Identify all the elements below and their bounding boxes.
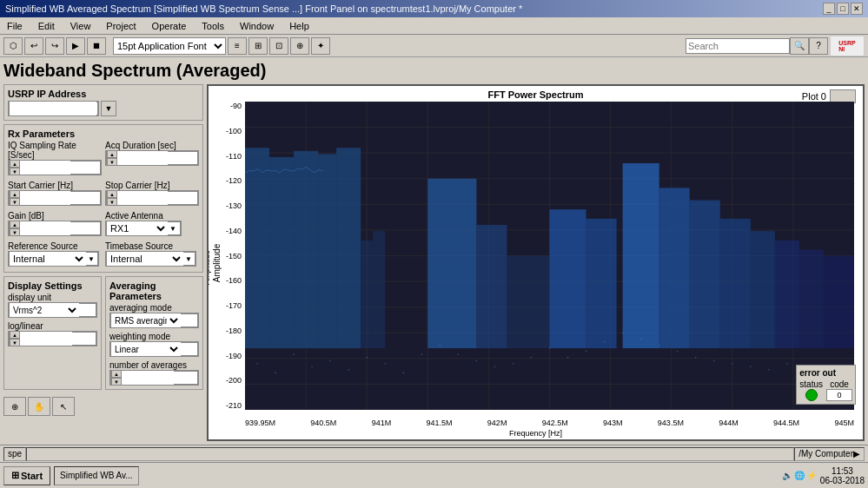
tray-icon-1: 🔈	[782, 471, 792, 480]
maximize-button[interactable]: □	[837, 3, 849, 15]
chart-cursor-btn[interactable]: ↖	[52, 397, 75, 416]
gain-input-wrap: ▲ ▼ 25	[8, 221, 102, 236]
acq-duration-group: Acq Duration [sec] ▲ ▼ 1	[105, 141, 199, 175]
gain-spin-up[interactable]: ▲	[10, 221, 20, 228]
num-averages-input[interactable]: 1	[122, 371, 174, 385]
error-out-label: error out	[799, 368, 852, 378]
log-spin-down[interactable]: ▼	[10, 339, 20, 346]
iq-sampling-input[interactable]: 200k	[20, 161, 70, 175]
title-bar: Simplified WB Averaged Spectrum [Simplif…	[0, 0, 868, 17]
menu-operate[interactable]: Operate	[149, 21, 190, 31]
menu-edit[interactable]: Edit	[35, 21, 58, 31]
gain-spin-down[interactable]: ▼	[10, 228, 20, 236]
clock-time: 11:53	[820, 466, 865, 476]
toolbar-btn-3[interactable]: ↪	[45, 37, 64, 55]
plot-label: Plot 0	[802, 91, 826, 102]
acq-spin-up[interactable]: ▲	[107, 150, 117, 158]
display-unit-wrap: Vrms^2 dBm Watts	[8, 302, 97, 318]
num-avg-spin-up[interactable]: ▲	[111, 370, 122, 378]
ip-input[interactable]: 192.168.10.2	[10, 102, 96, 115]
start-carrier-input[interactable]: 940M	[20, 191, 70, 205]
timebase-select[interactable]: Internal External	[107, 252, 183, 266]
menu-tools[interactable]: Tools	[198, 21, 228, 31]
antenna-select[interactable]: RX1 RX2	[107, 221, 168, 235]
svg-rect-21	[245, 148, 269, 348]
toolbar-btn-2[interactable]: ↩	[24, 37, 43, 55]
font-selector[interactable]: 15pt Application Font	[113, 37, 226, 55]
y-label-13: -210	[226, 401, 242, 410]
toolbar-extra[interactable]: ✦	[311, 37, 330, 55]
log-spin-up[interactable]: ▲	[10, 331, 20, 339]
svg-point-54	[494, 366, 496, 368]
toolbar-resize[interactable]: ⊡	[269, 37, 288, 55]
help-button[interactable]: ?	[809, 37, 828, 55]
stop-spin-down[interactable]: ▼	[107, 198, 117, 206]
svg-point-56	[531, 357, 533, 359]
toolbar-dist[interactable]: ⊞	[248, 37, 268, 55]
error-out-fields: status code 0	[799, 379, 852, 401]
averaging-mode-select[interactable]: RMS averaging Peak Hold No Averaging	[111, 313, 181, 327]
status-field: status	[799, 379, 823, 401]
toolbar-order[interactable]: ⊕	[290, 37, 309, 55]
search-input[interactable]	[686, 38, 790, 54]
num-avg-spin-down[interactable]: ▼	[111, 378, 122, 386]
ref-source-select[interactable]: Internal External	[10, 252, 86, 266]
minimize-button[interactable]: _	[823, 3, 835, 15]
gain-spin-btns: ▲ ▼	[10, 221, 20, 236]
svg-point-64	[677, 351, 679, 353]
chart-pan-btn[interactable]: ✋	[28, 397, 50, 416]
menu-view[interactable]: View	[67, 21, 95, 31]
timebase-label: Timebase Source	[105, 241, 199, 251]
svg-rect-36	[720, 219, 751, 348]
menu-file[interactable]: File	[3, 21, 26, 31]
stop-carrier-input[interactable]: 945M	[117, 191, 168, 205]
chart-svg	[245, 102, 854, 410]
menu-help[interactable]: Help	[286, 21, 313, 31]
stop-spin-btns: ▲ ▼	[107, 190, 117, 206]
acq-spin-down[interactable]: ▼	[107, 158, 117, 166]
iq-spin-up[interactable]: ▲	[10, 160, 20, 168]
taskbar-item-main[interactable]: Simplified WB Av...	[54, 466, 139, 485]
start-button[interactable]: ⊞ Start	[3, 466, 50, 485]
iq-spin-down[interactable]: ▼	[10, 168, 20, 175]
menu-project[interactable]: Project	[103, 21, 139, 31]
toolbar: ⬡ ↩ ↪ ▶ ⏹ 15pt Application Font ≡ ⊞ ⊡ ⊕ …	[0, 35, 868, 57]
svg-rect-27	[373, 231, 385, 348]
gain-input[interactable]: 25	[20, 221, 70, 235]
svg-rect-32	[586, 219, 617, 348]
timebase-dropdown-icon[interactable]: ▼	[183, 255, 194, 263]
status-segment-left: spe	[3, 447, 26, 461]
ref-dropdown-icon[interactable]: ▼	[86, 255, 96, 263]
code-field: code 0	[826, 379, 852, 401]
toolbar-stop[interactable]: ⏹	[87, 37, 106, 55]
clock-date: 06-03-2018	[820, 476, 865, 485]
display-unit-select[interactable]: Vrms^2 dBm Watts	[10, 303, 79, 317]
close-button[interactable]: ✕	[851, 3, 863, 15]
ip-dropdown-btn[interactable]: ▼	[101, 101, 116, 116]
menu-window[interactable]: Window	[236, 21, 277, 31]
stop-spin-up[interactable]: ▲	[107, 190, 117, 198]
svg-rect-25	[336, 148, 361, 348]
antenna-dropdown-icon[interactable]: ▼	[168, 225, 178, 233]
x-label-7: 943.5M	[658, 419, 684, 427]
svg-rect-35	[690, 201, 720, 348]
svg-point-67	[732, 363, 733, 365]
svg-point-43	[293, 353, 295, 355]
toolbar-btn-1[interactable]: ⬡	[3, 37, 23, 55]
toolbar-align[interactable]: ≡	[228, 37, 247, 55]
ref-source-group: Reference Source Internal External ▼	[8, 241, 102, 267]
start-spin-down[interactable]: ▼	[10, 198, 20, 206]
acq-duration-input[interactable]: 1	[117, 151, 168, 165]
weighting-mode-select[interactable]: Linear Exponential	[111, 342, 181, 356]
svg-point-52	[458, 353, 460, 355]
acq-duration-label: Acq Duration [sec]	[105, 141, 199, 150]
chart-zoom-btn[interactable]: ⊕	[3, 397, 26, 416]
toolbar-run[interactable]: ▶	[66, 37, 85, 55]
x-label-6: 943M	[603, 419, 623, 427]
log-linear-input[interactable]: dBm	[20, 332, 72, 346]
x-label-0: 939.95M	[245, 419, 275, 427]
chart-container: Plot 0 FFT Power Spectrum Amplitude	[207, 84, 865, 441]
status-segment-right: /My Computer ▶	[794, 447, 865, 461]
start-spin-up[interactable]: ▲	[10, 190, 20, 198]
search-button[interactable]: 🔍	[790, 37, 809, 55]
